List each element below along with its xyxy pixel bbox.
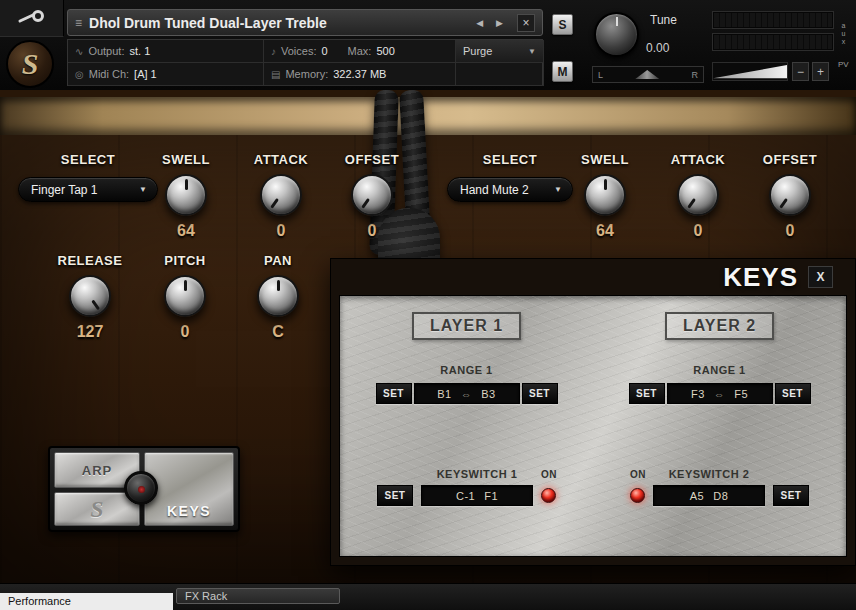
layer1-attack-control: ATTACK 0 <box>235 152 327 240</box>
knob-label: PAN <box>232 253 324 268</box>
knob-value: 64 <box>559 222 651 240</box>
knob-pointer-icon <box>167 176 205 214</box>
output-icon: ∿ <box>75 46 83 57</box>
purge-label: Purge <box>463 45 492 57</box>
tune-knob[interactable] <box>594 12 639 57</box>
keyswitch2-on-led[interactable] <box>630 488 645 503</box>
knob-value: C <box>232 323 324 341</box>
knob-label: ATTACK <box>235 152 327 167</box>
keyswitch1-low[interactable]: C-1 <box>456 490 475 502</box>
range1-label: RANGE 1 <box>440 364 492 376</box>
layer1-range-display[interactable]: B1 ⇔ B3 <box>414 383 520 404</box>
keyswitch2-display[interactable]: A5 D8 <box>653 485 765 506</box>
layer1-release-knob[interactable] <box>69 275 111 317</box>
layer1-pan-control: PAN C <box>232 253 324 341</box>
pan-indicator-icon[interactable] <box>635 70 659 79</box>
layer2-select-control: SELECT Hand Mute 2 ▼ <box>447 152 573 202</box>
layer2-offset-control: OFFSET 0 <box>744 152 836 240</box>
layer2-attack-control: ATTACK 0 <box>652 152 744 240</box>
keyswitch1-on-led[interactable] <box>541 488 556 503</box>
range-arrow-icon: ⇔ <box>714 388 726 400</box>
memory-label: Memory: <box>285 68 328 80</box>
layer1-pan-knob[interactable] <box>257 275 299 317</box>
range-arrow-icon: ⇔ <box>461 388 473 400</box>
layer2-swell-knob[interactable] <box>584 174 626 216</box>
meter-right-label: R <box>691 70 698 80</box>
knob-pointer-icon <box>346 169 399 222</box>
layer1-offset-knob[interactable] <box>351 174 393 216</box>
midi-cell[interactable]: ◎ Midi Ch: [A] 1 <box>68 63 264 86</box>
pv-label[interactable]: PV <box>838 60 849 69</box>
layer2-articulation-dropdown[interactable]: Hand Mute 2 ▼ <box>447 177 573 202</box>
knob-value: 0 <box>235 222 327 240</box>
layer2-swell-control: SWELL 64 <box>559 152 651 240</box>
layer1-range-set-high-button[interactable]: SET <box>522 383 558 404</box>
knob-value: 0 <box>744 222 836 240</box>
select-label: SELECT <box>447 152 573 167</box>
layer2-offset-knob[interactable] <box>769 174 811 216</box>
keyswitch2-high[interactable]: D8 <box>713 490 728 502</box>
wrench-icon <box>18 10 46 26</box>
close-instrument-button[interactable]: × <box>517 14 535 32</box>
knob-pointer-icon <box>255 169 308 222</box>
layer1-range-high[interactable]: B3 <box>481 388 495 400</box>
keyswitch1-set-button[interactable]: SET <box>377 485 413 506</box>
volume-wedge-icon <box>713 63 787 80</box>
kontakt-header: S ≡ Dhol Drum Tuned Dual-Layer Treble ◀ … <box>0 0 856 90</box>
keyswitch2-low[interactable]: A5 <box>690 490 704 502</box>
output-cell[interactable]: ∿ Output: st. 1 <box>68 40 264 63</box>
knob-label: RELEASE <box>44 253 136 268</box>
knob-pointer-icon <box>672 169 725 222</box>
layer2-range-low[interactable]: F3 <box>691 388 705 400</box>
mute-button[interactable]: M <box>552 61 573 82</box>
tab-fx-rack[interactable]: FX Rack <box>176 588 340 604</box>
layer1-pitch-knob[interactable] <box>164 275 206 317</box>
layer2-range-display[interactable]: F3 ⇔ F5 <box>667 383 773 404</box>
maximize-button[interactable]: + <box>812 62 829 81</box>
knob-label: SWELL <box>559 152 651 167</box>
layer2-range-set-low-button[interactable]: SET <box>629 383 665 404</box>
keyswitch1-high[interactable]: F1 <box>484 490 498 502</box>
volume-slider[interactable] <box>712 62 788 81</box>
tab-performance[interactable]: Performance <box>0 593 173 610</box>
aux-label[interactable]: aux <box>840 22 847 46</box>
purge-dropdown-icon: ▼ <box>528 47 536 56</box>
keyswitch1-labels: KEYSWITCH 1 ON <box>377 468 556 480</box>
voices-value: 0 <box>321 45 327 57</box>
pan-meter: L R <box>592 66 704 83</box>
layer1-select-control: SELECT Finger Tap 1 ▼ <box>18 152 158 202</box>
midi-label: Midi Ch: <box>89 68 129 80</box>
range2-label: RANGE 1 <box>693 364 745 376</box>
keyswitch1-display[interactable]: C-1 F1 <box>421 485 533 506</box>
knob-value: 0 <box>652 222 744 240</box>
midi-value[interactable]: [A] 1 <box>134 68 157 80</box>
layer1-range-row: SET B1 ⇔ B3 SET <box>376 383 558 404</box>
switcher-knob[interactable] <box>124 471 158 505</box>
next-instrument-button[interactable]: ▶ <box>493 18 506 28</box>
layer2-range-row: SET F3 ⇔ F5 SET <box>629 383 811 404</box>
keys-layer2-column: LAYER 2 RANGE 1 SET F3 ⇔ F5 SET ON KEYSW… <box>593 296 846 556</box>
keyswitch2-label: KEYSWITCH 2 <box>653 468 765 480</box>
memory-value: 322.37 MB <box>333 68 386 80</box>
layer1-attack-knob[interactable] <box>260 174 302 216</box>
keyswitch2-set-button[interactable]: SET <box>773 485 809 506</box>
layer1-range-set-low-button[interactable]: SET <box>376 383 412 404</box>
solo-button[interactable]: S <box>552 14 573 35</box>
max-value[interactable]: 500 <box>376 45 394 57</box>
output-value[interactable]: st. 1 <box>129 45 150 57</box>
layer2-attack-knob[interactable] <box>677 174 719 216</box>
instrument-title-bar[interactable]: ≡ Dhol Drum Tuned Dual-Layer Treble ◀ ▶ … <box>67 9 543 36</box>
purge-button[interactable]: Purge ▼ <box>456 40 544 63</box>
knob-pointer-icon <box>764 169 817 222</box>
minimize-button[interactable]: − <box>792 62 809 81</box>
instrument-title: Dhol Drum Tuned Dual-Layer Treble <box>89 15 466 31</box>
layer2-range-high[interactable]: F5 <box>734 388 748 400</box>
layer1-range-low[interactable]: B1 <box>437 388 451 400</box>
layer1-swell-knob[interactable] <box>165 174 207 216</box>
keys-panel-close-button[interactable]: X <box>808 266 833 288</box>
prev-instrument-button[interactable]: ◀ <box>473 18 486 28</box>
edit-wrench-button[interactable] <box>0 0 64 37</box>
layer1-articulation-dropdown[interactable]: Finger Tap 1 ▼ <box>18 177 158 202</box>
tune-value[interactable]: 0.00 <box>646 41 669 55</box>
layer2-range-set-high-button[interactable]: SET <box>775 383 811 404</box>
